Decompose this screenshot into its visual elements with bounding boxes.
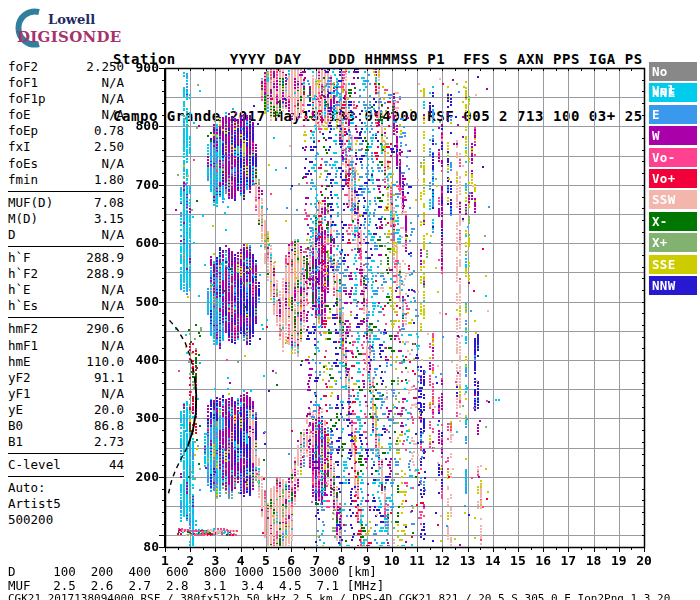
legend-item-ssw: SSW xyxy=(649,190,697,209)
y-tick-label-200: 200 xyxy=(129,469,159,484)
y-tick-label-900: 900 xyxy=(129,60,159,75)
legend-item-nne: NNE xyxy=(649,83,697,102)
legend-item-w: W xyxy=(649,126,697,145)
legend-item-vo+: Vo+ xyxy=(649,169,697,188)
y-tick-label-80: 80 xyxy=(129,539,159,554)
y-tick-label-400: 400 xyxy=(129,352,159,367)
legend-item-e: E xyxy=(649,105,697,124)
legend-item-noval: No Val xyxy=(649,62,697,81)
ionogram-canvas xyxy=(0,0,700,600)
legend-item-sse: SSE xyxy=(649,255,697,274)
y-tick-label-700: 700 xyxy=(129,177,159,192)
legend-item-vo-: Vo- xyxy=(649,148,697,167)
muf-row: MUF 2.5 2.6 2.7 2.8 3.1 3.4 4.5 7.1 [MHz… xyxy=(8,578,384,593)
footer-status-line: CGK21_2017138094000.RSF / 380fx512h 50 k… xyxy=(8,592,670,600)
y-tick-label-500: 500 xyxy=(129,294,159,309)
y-tick-label-300: 300 xyxy=(129,410,159,425)
x-tick-label-20: 20 xyxy=(629,553,659,568)
y-tick-label-600: 600 xyxy=(129,235,159,250)
d-distance-row: D 100 200 400 600 800 1000 1500 3000 [km… xyxy=(8,564,377,579)
legend-item-x-: X- xyxy=(649,212,697,231)
y-tick-label-800: 800 xyxy=(129,118,159,133)
doppler-direction-legend: No ValNNEEWVo-Vo+SSWX-X+SSENNW xyxy=(649,62,697,297)
legend-item-x+: X+ xyxy=(649,233,697,252)
digisonde-ionogram-screen: Lowell DIGISONDE Station YYYY DAY DDD HH… xyxy=(0,0,700,600)
legend-item-nnw: NNW xyxy=(649,276,697,295)
